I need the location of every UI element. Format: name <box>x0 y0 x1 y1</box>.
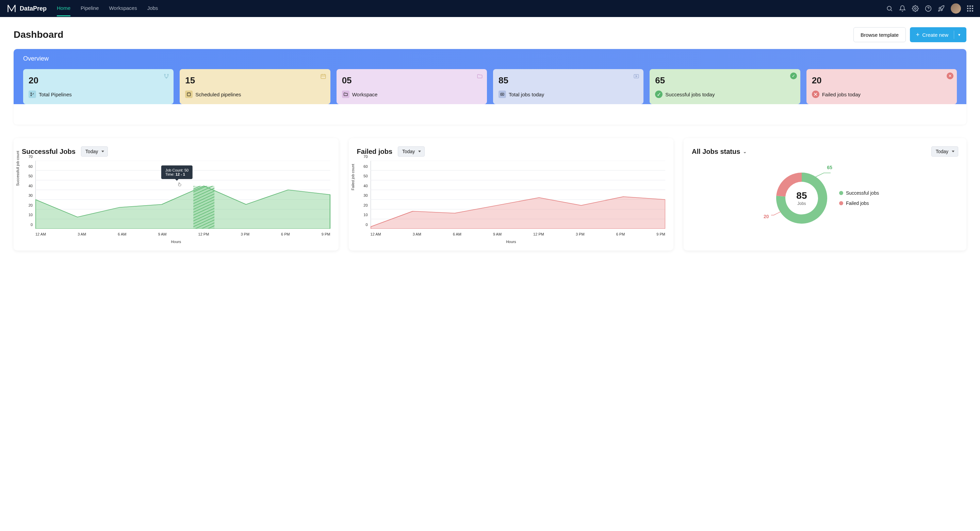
play-badge-icon <box>498 91 506 98</box>
donut-callout-success: 65 <box>827 165 832 170</box>
legend-dot-icon <box>839 201 843 205</box>
logo-icon <box>7 4 16 13</box>
time-range-select[interactable]: Today <box>81 147 108 156</box>
svg-point-0 <box>887 6 891 10</box>
time-range-select[interactable]: Today <box>931 147 958 156</box>
donut-center-label: Jobs <box>796 201 807 206</box>
folder-badge-icon <box>342 91 350 98</box>
create-new-button[interactable]: + Create new ▾ <box>910 27 966 42</box>
all-jobs-panel: All Jobs status ⌄ Today 85 Jobs 65 20 <box>684 138 966 250</box>
donut-center-value: 85 <box>796 190 807 201</box>
svg-rect-8 <box>321 75 326 79</box>
app-logo[interactable]: DataPrep <box>7 4 47 13</box>
stat-label: Scheduled pipelines <box>195 92 241 97</box>
stat-value: 20 <box>29 75 168 86</box>
svg-rect-9 <box>188 93 191 96</box>
y-axis-label: Successfull job count <box>16 151 20 186</box>
svg-point-4 <box>167 74 169 75</box>
rocket-icon[interactable] <box>938 5 945 12</box>
chart-tooltip: Job Count: 50 Time: 12 - 1 <box>161 166 193 179</box>
chevron-down-icon[interactable]: ⌄ <box>743 149 747 154</box>
time-range-select[interactable]: Today <box>398 147 425 156</box>
check-badge-icon: ✓ <box>655 91 662 98</box>
successful-jobs-panel: Successful Jobs Today Successfull job co… <box>14 138 339 250</box>
stat-label: Total Pipelines <box>39 92 72 97</box>
legend-item-success: Successful jobs <box>839 190 879 196</box>
calendar-icon <box>320 73 326 79</box>
create-new-label: Create new <box>922 32 948 38</box>
button-divider <box>954 30 954 39</box>
app-header: DataPrep Home Pipeline Workspaces Jobs <box>0 0 980 17</box>
avatar[interactable] <box>951 3 961 14</box>
stat-card-failed-jobs[interactable]: ✕ 20 ✕ Failed jobs today <box>807 69 957 104</box>
calendar-badge-icon <box>185 91 192 98</box>
y-axis-label: Failed job count <box>351 164 355 190</box>
folder-icon <box>477 73 483 79</box>
page-title: Dashboard <box>14 29 63 40</box>
chevron-down-icon[interactable]: ▾ <box>958 32 960 37</box>
plus-icon: + <box>916 31 920 38</box>
svg-point-1 <box>915 8 916 10</box>
branch-badge-icon <box>29 91 36 98</box>
gear-icon[interactable] <box>912 5 919 12</box>
stat-value: 85 <box>498 75 638 86</box>
legend-item-failed: Failed jobs <box>839 201 879 206</box>
stat-value: 65 <box>655 75 795 86</box>
donut-callout-failed: 20 <box>764 214 769 219</box>
help-icon[interactable] <box>925 5 932 12</box>
nav-pipeline[interactable]: Pipeline <box>81 1 99 16</box>
svg-point-3 <box>164 74 165 75</box>
nav-home[interactable]: Home <box>57 1 70 16</box>
branch-icon <box>163 73 169 79</box>
svg-point-7 <box>30 95 31 96</box>
x-axis-label: Hours <box>506 240 516 244</box>
failed-jobs-chart[interactable]: Failed job count 010203040506070 12 AM3 … <box>357 161 666 242</box>
successful-jobs-chart[interactable]: Successfull job count 010203040506070 <box>22 161 331 242</box>
legend-label: Failed jobs <box>846 201 869 206</box>
stat-value: 20 <box>812 75 951 86</box>
stat-card-workspace[interactable]: 05 Workspace <box>337 69 487 104</box>
failed-jobs-panel: Failed jobs Today Failed job count 01020… <box>349 138 674 250</box>
x-badge-icon: ✕ <box>812 91 819 98</box>
search-icon[interactable] <box>886 5 893 12</box>
overview-panel: Overview 20 Total Pipelines 15 <box>14 49 966 124</box>
svg-point-6 <box>30 92 31 93</box>
x-circle-icon: ✕ <box>947 72 953 79</box>
app-name: DataPrep <box>20 5 47 12</box>
bell-icon[interactable] <box>899 5 906 12</box>
overview-title: Overview <box>14 55 966 69</box>
panel-title: Failed jobs <box>357 148 392 156</box>
stat-label: Successful jobs today <box>665 92 714 97</box>
main-nav: Home Pipeline Workspaces Jobs <box>57 1 158 16</box>
x-axis-label: Hours <box>171 240 181 244</box>
stat-label: Failed jobs today <box>822 92 861 97</box>
all-jobs-donut-chart[interactable]: 85 Jobs 65 20 Successful jobs Failed job… <box>692 161 958 229</box>
nav-workspaces[interactable]: Workspaces <box>109 1 137 16</box>
stat-card-total-jobs[interactable]: 85 Total jobs today <box>493 69 643 104</box>
stat-card-scheduled-pipelines[interactable]: 15 Scheduled pipelines <box>180 69 330 104</box>
stat-value: 05 <box>342 75 482 86</box>
stat-label: Workspace <box>352 92 378 97</box>
stat-card-total-pipelines[interactable]: 20 Total Pipelines <box>23 69 173 104</box>
browse-template-button[interactable]: Browse template <box>853 27 906 42</box>
stat-card-successful-jobs[interactable]: ✓ 65 ✓ Successful jobs today <box>649 69 800 104</box>
nav-jobs[interactable]: Jobs <box>147 1 158 16</box>
stat-label: Total jobs today <box>509 92 544 97</box>
check-circle-icon: ✓ <box>790 72 797 79</box>
play-box-icon <box>633 73 640 79</box>
apps-icon[interactable] <box>967 5 973 11</box>
panel-title: All Jobs status <box>692 148 740 156</box>
stat-value: 15 <box>185 75 325 86</box>
legend-label: Successful jobs <box>846 190 879 196</box>
legend-dot-icon <box>839 191 843 195</box>
svg-point-5 <box>166 77 167 78</box>
cursor-hand-icon <box>177 182 182 187</box>
